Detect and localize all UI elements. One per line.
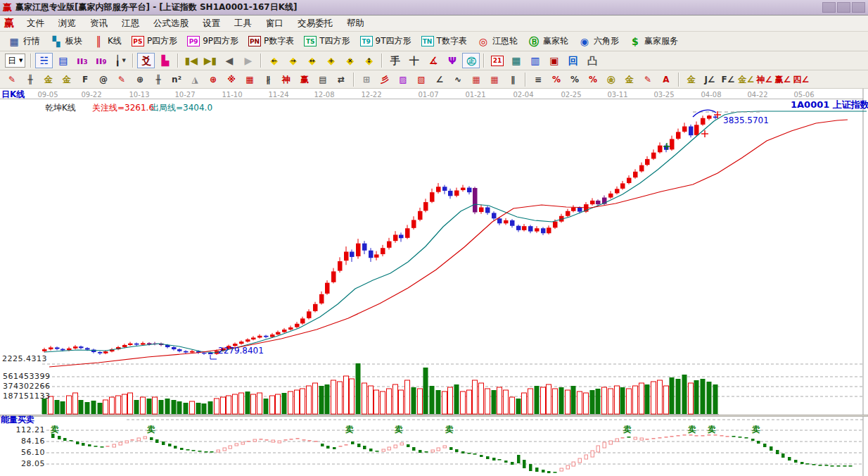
windows-arrange-icon[interactable]: 回 [564,53,582,68]
candle-type-icon[interactable]: ╽▼ [111,53,129,68]
trend-pen-icon[interactable]: ✎ [4,73,20,87]
sectors-button[interactable]: ▚板块 [45,34,87,49]
ruler-ticks-1-icon[interactable]: ╫ [22,73,39,87]
taiji-tool-icon[interactable]: ㊣ [462,53,480,68]
diamond-shift-right-icon[interactable]: ◆→ [284,53,302,68]
qiankun-wave-icon[interactable]: ☵ [35,53,53,68]
gold-lines-icon[interactable]: 金 [621,73,638,87]
percent-icon[interactable]: % [566,73,583,87]
info-doc-icon[interactable]: ▤ [54,53,72,68]
period-day-combo-icon[interactable]: 日▼ [5,54,25,68]
kline-button[interactable]: ║K线 [87,34,127,49]
diamond-move-icon[interactable]: ◆↕ [360,53,378,68]
bars-3-icon[interactable]: ıı₃ [73,53,91,68]
menu-item-1[interactable]: 浏览 [51,15,83,32]
ray-fan-red-icon[interactable]: 彡 [376,73,393,87]
minimize-button[interactable] [822,2,836,13]
mirror-icon[interactable]: ◮ [186,73,203,87]
menu-item-6[interactable]: 工具 [227,15,259,32]
menu-item-8[interactable]: 交易委托 [291,15,340,32]
box-tool-icon[interactable]: ⊞ [358,73,375,87]
gann-grid-1-icon[interactable]: ▦ [468,73,485,87]
menu-item-0[interactable]: 文件 [20,15,51,32]
hexagon-button[interactable]: ◉六角形 [573,34,624,49]
gann-circle-icon[interactable]: ⊕ [205,73,222,87]
p-number-table-button[interactable]: PNP数字表 [243,34,299,49]
winner-service-button[interactable]: $赢家服务 [624,34,683,49]
fan-purple-icon[interactable]: ▨ [395,73,411,87]
first-page-icon[interactable]: ▮◀ [182,53,200,68]
pen-vertical-icon[interactable]: ✎ [639,73,656,87]
menu-item-4[interactable]: 公式选股 [146,15,196,32]
percent-slash-icon[interactable]: % [548,73,565,87]
t-number-table-button[interactable]: TNT数字表 [416,34,472,49]
crosshair-tool-icon[interactable]: 十 [405,53,423,68]
maximize-button[interactable] [837,2,850,13]
angle-measure-tool-icon[interactable]: ∡ [424,53,442,68]
ruler-123-icon[interactable]: ▤ [314,73,331,87]
diamond-shift-left-icon[interactable]: ◆← [265,53,283,68]
percent-table-icon[interactable]: ≡ [530,73,547,87]
pane-tab-energy[interactable]: 能量买卖 [1,415,34,425]
menu-item-3[interactable]: 江恩 [115,15,146,32]
hand-tool-icon[interactable]: 手 [386,53,404,68]
save-icon[interactable]: ▣ [545,53,563,68]
diamond-expand-icon[interactable]: ◆↔ [303,53,321,68]
double-k-icon[interactable]: 爻 [137,53,155,68]
menu-item-7[interactable]: 窗口 [259,15,291,32]
arrow-adjust-icon[interactable]: ⇄ [333,73,350,87]
percent-lines-icon[interactable]: % [585,73,601,87]
j-angle-icon[interactable]: J∠ [701,73,718,87]
f-ruler-icon[interactable]: F [77,73,94,87]
quotes-button[interactable]: ▦行情 [3,34,45,49]
print-icon[interactable]: 凸 [583,53,601,68]
calendar-icon[interactable]: 21 [488,53,506,68]
four-angle-icon[interactable]: 四∠ [793,73,810,87]
t-square-button[interactable]: TST四方形 [299,34,355,49]
n-square-icon[interactable]: n² [168,73,185,87]
shen-angle-icon[interactable]: 神∠ [756,73,773,87]
spiral-icon[interactable]: @ [95,73,112,87]
menu-item-5[interactable]: 设置 [196,15,227,32]
angle-lines-icon[interactable]: ∠ [431,73,448,87]
close-button[interactable] [852,2,865,13]
9t-square-button[interactable]: T99T四方形 [355,34,416,49]
color-histogram-icon[interactable]: ▙ [156,53,174,68]
gold-angle-icon[interactable]: 金∠ [738,73,755,87]
gann-grid-2-icon[interactable]: ▦ [486,73,503,87]
win-angle-icon[interactable]: 赢∠ [774,73,791,87]
gann-wheel-button[interactable]: ◎江恩轮 [472,34,523,49]
gold-underline-icon[interactable]: 金 [683,73,700,87]
notes-icon[interactable]: ▥ [526,53,544,68]
gold-grid-2-icon[interactable]: 金 [58,73,75,87]
menu-item-2[interactable]: 资讯 [83,15,115,32]
shen-tool-icon[interactable]: 神 [278,73,295,87]
chart-area[interactable]: 日K线 乾坤K线 关注线=3261.6 出局线=3404.0 1A0001 上证… [0,89,868,476]
a-angle-icon[interactable]: A [658,73,675,87]
ruler-ticks-2-icon[interactable]: ╫ [150,73,167,87]
gann-tool-purple-icon[interactable]: Ψ [443,53,461,68]
gann-rays-icon[interactable]: ※ [223,73,240,87]
prev-page-icon[interactable]: ◀ [220,53,238,68]
diamond-compress-icon[interactable]: ◆+ [322,53,340,68]
diamond-star-icon[interactable]: ◆× [341,53,359,68]
win-tool-icon[interactable]: 赢 [296,73,313,87]
last-page-icon[interactable]: ▶▮ [201,53,219,68]
gold-circle-icon[interactable]: ㊎ [603,73,620,87]
menu-item-9[interactable]: 帮助 [340,15,371,32]
red-grid-icon[interactable]: ▦ [241,73,258,87]
angle-pen-icon[interactable]: ✎ [113,73,130,87]
next-page-icon[interactable]: ▶ [239,53,257,68]
winner-wheel-button[interactable]: Ⓑ赢家轮 [523,34,573,49]
parallel-lines-icon[interactable]: ∥ [504,73,521,87]
k-marks-icon[interactable]: ∦ [260,73,276,87]
bars-9-icon[interactable]: ıı₉ [92,53,110,68]
cycle-circle-icon[interactable]: ⊕ [132,73,148,87]
gold-grid-1-icon[interactable]: 金 [40,73,57,87]
f-angle-icon[interactable]: F∠ [720,73,736,87]
pane-tab-daily-kline[interactable]: 日K线 [1,90,25,99]
zigzag-icon[interactable]: ∿ [449,73,466,87]
p-square-button[interactable]: PSP四方形 [127,34,182,49]
calculator-icon[interactable]: ▦ [507,53,525,68]
9p-square-button[interactable]: P99P四方形 [182,34,243,49]
